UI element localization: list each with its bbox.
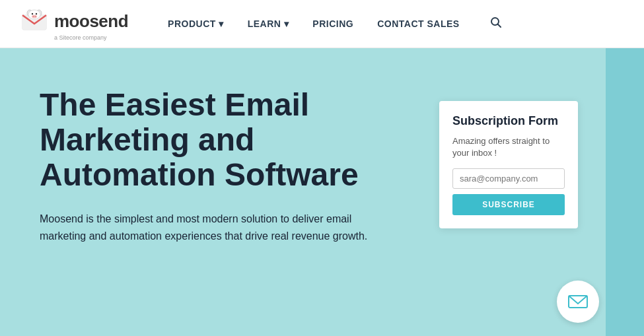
sitecore-label: a Sitecore company: [54, 34, 107, 41]
floating-email-icon: [557, 281, 599, 323]
email-icon: [567, 291, 589, 312]
moosend-logo-icon: [20, 7, 49, 36]
svg-line-12: [497, 24, 501, 27]
nav-links: PRODUCT ▾ LEARN ▾ PRICING CONTACT SALES: [168, 17, 624, 32]
search-icon[interactable]: [490, 17, 502, 32]
svg-point-6: [32, 13, 33, 15]
subscribe-button[interactable]: SUBSCRIBE: [452, 194, 565, 215]
logo-area: moosend a Sitecore company: [20, 7, 128, 41]
nav-item-learn[interactable]: LEARN ▾: [248, 18, 289, 29]
hero-title: The Easiest Email Marketing and Automati…: [40, 88, 410, 192]
logo-text: moosend: [54, 11, 128, 32]
svg-point-8: [32, 15, 37, 18]
nav-item-product[interactable]: PRODUCT ▾: [168, 18, 224, 29]
svg-point-9: [33, 16, 34, 17]
nav-item-pricing[interactable]: PRICING: [312, 18, 353, 29]
subscription-card: Subscription Form Amazing offers straigh…: [439, 101, 578, 228]
email-input[interactable]: [452, 168, 565, 189]
nav-item-contact-sales[interactable]: CONTACT SALES: [377, 18, 459, 29]
subscription-form-title: Subscription Form: [452, 114, 565, 129]
hero-subtitle: Moosend is the simplest and most modern …: [40, 211, 376, 244]
hero-section: The Easiest Email Marketing and Automati…: [0, 48, 644, 336]
svg-point-10: [35, 16, 36, 17]
right-decorative-panel: [606, 48, 644, 336]
navbar: moosend a Sitecore company PRODUCT ▾ LEA…: [0, 0, 644, 48]
svg-point-7: [36, 13, 37, 15]
subscription-description: Amazing offers straight to your inbox !: [452, 135, 565, 159]
